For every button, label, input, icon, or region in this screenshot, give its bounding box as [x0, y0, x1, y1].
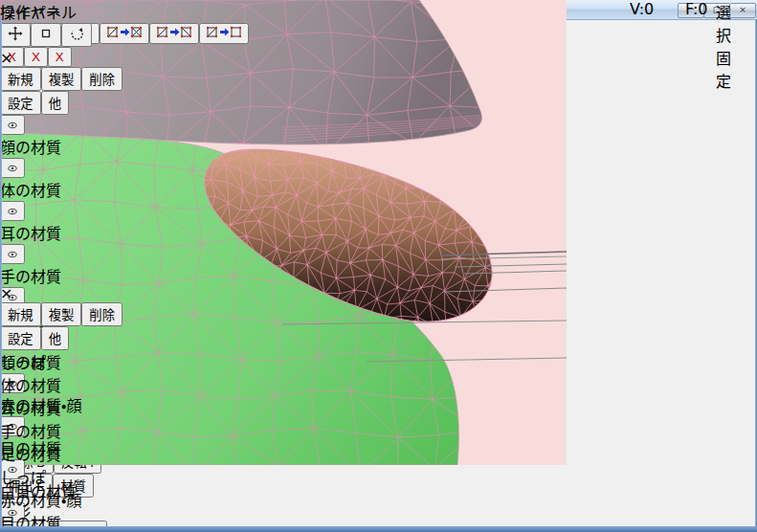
wire-tool-quad-diag-to-quad[interactable]: [199, 23, 249, 44]
eye-glyph: [8, 208, 17, 215]
settings-button[interactable]: 設定: [0, 326, 41, 350]
other-button[interactable]: 他: [41, 91, 69, 115]
delete-button[interactable]: 削除: [81, 302, 122, 326]
eye-glyph: [8, 122, 17, 129]
wire-tool-quad-diag-to-quad-cross[interactable]: [100, 23, 149, 44]
material-name[interactable]: 耳の材質: [0, 396, 122, 419]
close-button[interactable]: ×: [729, 3, 756, 18]
material-name[interactable]: しっぽ: [0, 465, 122, 488]
wire-tool-quad-diag-to-quad-diag-flip[interactable]: [149, 23, 199, 44]
rotate-tool-icon[interactable]: [61, 23, 92, 47]
material-name[interactable]: 手の材質: [0, 419, 122, 442]
material-name[interactable]: 体の材質: [0, 373, 122, 396]
vertex-count-label: V:0: [630, 0, 654, 18]
wire-tool-icon: [107, 26, 142, 38]
rotate-glyph: [69, 26, 84, 41]
wire-tool-icon: [207, 26, 241, 38]
panel-buttons: 新規複製削除: [0, 67, 122, 91]
scale-tool-icon[interactable]: [31, 23, 61, 47]
material-list: 顔の材質体の材質耳の材質手の材質足の材質しっぽ赤の材質・顔目の材質白目の材質口の…: [0, 350, 122, 532]
delete-button[interactable]: 削除: [81, 67, 122, 91]
object-row[interactable]: 耳の材質: [0, 201, 122, 244]
new-button[interactable]: 新規: [0, 302, 41, 326]
duplicate-button[interactable]: 複製: [41, 67, 82, 91]
face-count-label: F:0: [685, 0, 708, 18]
wire-tool-icon: [157, 26, 191, 38]
material-row[interactable]: しっぽ: [0, 465, 122, 488]
move-tool-icon[interactable]: [0, 23, 31, 47]
material-name[interactable]: 顔の材質: [0, 350, 122, 373]
metasequoia-window: Metasequoia [C:¥メタセコ保存¥neko¥neko-021.mqo…: [0, 0, 757, 532]
panel-collapse-icon[interactable]: ×: [0, 49, 122, 67]
window-frame: [0, 526, 757, 532]
panel-collapse-icon[interactable]: ×: [0, 284, 122, 302]
viewport-nav-controls: [620, 48, 662, 60]
material-panel: ×新規複製削除設定他顔の材質体の材質耳の材質手の材質足の材質しっぽ赤の材質・顔目…: [0, 284, 122, 526]
material-row[interactable]: 耳の材質: [0, 396, 122, 419]
material-row[interactable]: 手の材質: [0, 419, 122, 442]
object-name[interactable]: 耳の材質: [0, 221, 122, 244]
operation-tools: [0, 23, 92, 47]
panel-buttons: 設定他: [0, 326, 122, 350]
selection-fix-label[interactable]: 選択固定: [716, 0, 731, 92]
object-panel: ×新規複製削除設定他顔の材質体の材質耳の材質手の材質足の材質しっぽ赤の材質・顔目…: [0, 49, 122, 284]
visibility-eye-icon[interactable]: [0, 201, 25, 221]
new-button[interactable]: 新規: [0, 67, 41, 91]
eye-glyph: [8, 165, 17, 172]
object-row[interactable]: 顔の材質: [0, 115, 122, 158]
duplicate-button[interactable]: 複製: [41, 302, 82, 326]
panel-mini-titlebar[interactable]: ×: [0, 284, 122, 302]
panel-buttons: 新規複製削除: [0, 302, 122, 326]
object-name[interactable]: 顔の材質: [0, 135, 122, 158]
scale-glyph: [38, 26, 54, 41]
eye-glyph: [8, 251, 17, 258]
object-row[interactable]: 体の材質: [0, 158, 122, 201]
window-frame: [0, 19, 2, 532]
visibility-eye-icon[interactable]: [0, 158, 25, 178]
other-button[interactable]: 他: [41, 326, 69, 350]
material-row[interactable]: 赤の材質・顔: [0, 488, 122, 511]
operation-panel-titlebar[interactable]: 操作パネル: [0, 0, 92, 23]
operation-panel-title: 操作パネル: [0, 4, 77, 22]
visibility-eye-icon[interactable]: [0, 244, 25, 264]
material-name[interactable]: 赤の材質・顔: [0, 488, 122, 511]
settings-button[interactable]: 設定: [0, 91, 41, 115]
visibility-eye-icon[interactable]: [0, 115, 25, 135]
material-row[interactable]: 足の材質: [0, 442, 122, 465]
material-name[interactable]: 足の材質: [0, 442, 122, 465]
material-row[interactable]: 顔の材質: [0, 350, 122, 373]
panel-buttons: 設定他: [0, 91, 122, 115]
panel-mini-titlebar[interactable]: ×: [0, 49, 122, 67]
object-name[interactable]: 体の材質: [0, 178, 122, 201]
object-row[interactable]: 手の材質: [0, 244, 122, 287]
move-glyph: [8, 26, 23, 41]
material-row[interactable]: 体の材質: [0, 373, 122, 396]
